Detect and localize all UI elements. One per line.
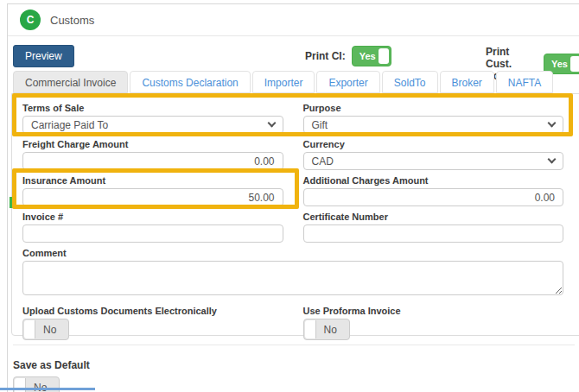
currency-field: Currency CAD: [303, 139, 564, 170]
purpose-value: Gift: [312, 119, 328, 131]
freight-charge-label: Freight Charge Amount: [22, 139, 283, 150]
additional-charges-input[interactable]: [303, 188, 564, 206]
terms-of-sale-select[interactable]: Carriage Paid To: [22, 116, 283, 134]
customs-card: C Customs Preview Print CI: Yes Print Cu…: [7, 3, 579, 392]
terms-of-sale-label: Terms of Sale: [22, 103, 283, 114]
comment-textarea[interactable]: [22, 261, 563, 295]
card-body: Preview Print CI: Yes Print Cust. Doc.: …: [8, 36, 579, 392]
tab-soldto[interactable]: SoldTo: [382, 71, 438, 93]
purpose-select[interactable]: Gift: [303, 116, 564, 134]
additional-charges-field: Additional Charges Amount: [303, 175, 564, 206]
freight-charge-field: Freight Charge Amount: [22, 139, 283, 170]
tab-exporter[interactable]: Exporter: [316, 71, 379, 93]
upload-docs-toggle-value: No: [43, 324, 56, 336]
tab-pane-commercial-invoice: Terms of Sale Carriage Paid To Purpose G…: [11, 93, 579, 336]
currency-select[interactable]: CAD: [303, 152, 564, 170]
highlight-green-mark: [10, 197, 14, 208]
tab-broker[interactable]: Broker: [440, 71, 494, 93]
purpose-field: Purpose Gift: [303, 103, 564, 134]
invoice-number-input[interactable]: [22, 224, 283, 243]
save-as-default-toggle-value: No: [34, 382, 47, 392]
insurance-field: Insurance Amount: [22, 175, 283, 206]
chevron-down-icon: [548, 119, 557, 128]
print-ci-toggle[interactable]: Yes: [352, 46, 391, 66]
terms-of-sale-field: Terms of Sale Carriage Paid To: [22, 103, 283, 134]
print-ci-toggle-value: Yes: [359, 51, 376, 61]
insurance-label: Insurance Amount: [22, 175, 283, 187]
tab-commercial-invoice[interactable]: Commercial Invoice: [13, 71, 128, 93]
toggle-knob: [379, 48, 389, 64]
insurance-input[interactable]: [22, 188, 283, 206]
bottom-edge-artifact: [0, 388, 95, 390]
freight-charge-input[interactable]: [22, 152, 283, 170]
toggle-knob: [24, 320, 35, 338]
additional-charges-label: Additional Charges Amount: [303, 175, 564, 187]
save-as-default-label: Save as Default: [13, 359, 90, 371]
chevron-down-icon: [267, 119, 276, 128]
print-cust-doc-toggle-value: Yes: [551, 59, 568, 69]
tab-bar: Commercial Invoice Customs Declaration I…: [13, 71, 555, 93]
tab-customs-declaration[interactable]: Customs Declaration: [130, 71, 250, 93]
customs-badge-icon: C: [20, 9, 41, 30]
chevron-down-icon: [548, 155, 557, 164]
comment-label: Comment: [22, 248, 563, 259]
print-ci-group: Print CI: Yes: [305, 46, 391, 66]
upload-docs-label: Upload Customs Documents Electronically: [22, 306, 283, 317]
page-title: Customs: [50, 14, 94, 27]
tab-nafta[interactable]: NAFTA: [496, 71, 553, 93]
currency-value: CAD: [312, 155, 334, 168]
use-proforma-toggle-value: No: [324, 324, 337, 336]
terms-of-sale-value: Carriage Paid To: [31, 119, 108, 131]
certificate-number-input[interactable]: [303, 224, 564, 243]
tab-importer[interactable]: Importer: [252, 71, 315, 93]
card-header: C Customs: [8, 4, 579, 36]
invoice-number-field: Invoice #: [22, 212, 283, 243]
certificate-number-label: Certificate Number: [303, 212, 564, 223]
toggle-knob: [305, 320, 316, 338]
upload-docs-field: Upload Customs Documents Electronically …: [22, 306, 283, 340]
print-ci-label: Print CI:: [305, 50, 346, 62]
currency-label: Currency: [303, 139, 564, 150]
invoice-number-label: Invoice #: [22, 212, 283, 223]
use-proforma-field: Use Proforma Invoice No: [303, 306, 564, 340]
comment-field: Comment: [22, 248, 563, 299]
preview-button[interactable]: Preview: [13, 45, 74, 67]
purpose-label: Purpose: [303, 103, 564, 114]
upload-docs-toggle[interactable]: No: [22, 319, 69, 340]
use-proforma-toggle[interactable]: No: [303, 319, 350, 340]
certificate-number-field: Certificate Number: [303, 212, 564, 243]
use-proforma-label: Use Proforma Invoice: [303, 306, 564, 317]
toggle-knob: [570, 56, 579, 72]
